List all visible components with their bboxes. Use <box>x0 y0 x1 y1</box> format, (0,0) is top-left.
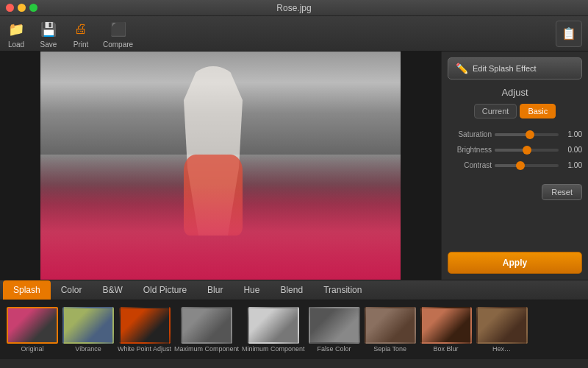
tab-current[interactable]: Current <box>474 104 517 118</box>
film-item-min-comp[interactable]: Minimum Component <box>242 307 305 353</box>
titlebar: Rose.jpg <box>0 0 588 16</box>
film-item-max-comp[interactable]: Maximum Component <box>174 307 239 353</box>
film-item-white-point[interactable]: White Point Adjust <box>118 307 171 353</box>
film-thumb-sepia <box>365 307 416 344</box>
compare-label: Compare <box>103 40 133 49</box>
review-icon: 📋 <box>562 26 576 40</box>
brightness-track[interactable] <box>495 149 559 152</box>
contrast-value: 1.00 <box>562 161 582 169</box>
main-image <box>40 52 401 280</box>
film-label-max-comp: Maximum Component <box>174 345 239 353</box>
film-thumb-min-comp <box>248 307 299 344</box>
film-thumb-original <box>7 307 58 344</box>
image-area <box>0 52 441 280</box>
tab-hue[interactable]: Hue <box>233 280 270 300</box>
main-area: ✏️ Edit Splash Effect Adjust Current Bas… <box>0 52 588 280</box>
saturation-track[interactable] <box>495 133 559 136</box>
brightness-value: 0.00 <box>562 146 582 154</box>
review-button[interactable]: 📋 <box>556 21 582 47</box>
film-item-sepia-tone[interactable]: Sepia Tone <box>364 307 417 353</box>
film-label-vibrance: Vibrance <box>75 345 101 353</box>
saturation-fill <box>495 133 530 136</box>
maximize-button[interactable] <box>29 4 37 12</box>
film-label-white-point: White Point Adjust <box>118 345 171 353</box>
brightness-row: Brightness 0.00 <box>448 146 582 154</box>
film-label-false-color: False Color <box>318 345 351 353</box>
save-button[interactable]: 💾 Save <box>38 19 59 49</box>
pencil-icon: ✏️ <box>456 63 468 74</box>
save-icon: 💾 <box>38 19 59 40</box>
brightness-thumb[interactable] <box>523 146 531 155</box>
traffic-lights <box>6 4 37 12</box>
tab-bw[interactable]: B&W <box>92 280 132 300</box>
saturation-value: 1.00 <box>562 130 582 138</box>
load-icon: 📁 <box>6 19 26 40</box>
apply-button[interactable]: Apply <box>448 252 582 274</box>
load-button[interactable]: 📁 Load <box>6 19 26 49</box>
adjust-title: Adjust <box>448 87 582 98</box>
saturation-row: Saturation 1.00 <box>448 130 582 138</box>
front-tulips <box>40 184 401 280</box>
contrast-label: Contrast <box>448 161 492 169</box>
film-item-box-blur[interactable]: Box Blur <box>420 307 473 353</box>
contrast-track[interactable] <box>495 164 559 167</box>
print-button[interactable]: 🖨 Print <box>71 19 91 49</box>
film-thumb-vibrance <box>62 307 114 344</box>
adjust-tabs: Current Basic <box>448 104 582 118</box>
tab-basic[interactable]: Basic <box>520 104 556 118</box>
tab-blend[interactable]: Blend <box>270 280 313 300</box>
print-icon: 🖨 <box>71 19 91 40</box>
film-label-min-comp: Minimum Component <box>242 345 305 353</box>
save-label: Save <box>40 40 57 49</box>
saturation-label: Saturation <box>448 130 492 138</box>
edit-splash-button[interactable]: ✏️ Edit Splash Effect <box>448 57 582 79</box>
load-label: Load <box>8 40 24 49</box>
window-title: Rose.jpg <box>276 3 311 13</box>
contrast-row: Contrast 1.00 <box>448 161 582 169</box>
print-label: Print <box>74 40 89 49</box>
tab-blur[interactable]: Blur <box>197 280 233 300</box>
tab-color[interactable]: Color <box>51 280 93 300</box>
film-thumb-false-color <box>309 307 360 344</box>
compare-icon: ⬛ <box>108 19 129 40</box>
toolbar: 📁 Load 💾 Save 🖨 Print ⬛ Compare 📋 <box>0 16 588 52</box>
close-button[interactable] <box>6 4 14 12</box>
film-label-sepia-tone: Sepia Tone <box>373 345 406 353</box>
film-item-false-color[interactable]: False Color <box>308 307 361 353</box>
right-panel: ✏️ Edit Splash Effect Adjust Current Bas… <box>441 52 588 280</box>
film-thumb-box-blur <box>420 307 472 344</box>
brightness-label: Brightness <box>448 146 492 154</box>
film-item-vibrance[interactable]: Vibrance <box>62 307 115 353</box>
saturation-thumb[interactable] <box>526 130 534 139</box>
film-item-hex[interactable]: Hex… <box>476 307 528 353</box>
reset-button[interactable]: Reset <box>542 184 582 200</box>
filmstrip: Original Vibrance White Point Adjust Max… <box>0 300 588 359</box>
film-thumb-white-point <box>119 307 171 344</box>
film-item-original[interactable]: Original <box>6 307 59 353</box>
tab-old-picture[interactable]: Old Picture <box>133 280 197 300</box>
film-label-box-blur: Box Blur <box>434 345 459 353</box>
film-label-original: Original <box>21 345 43 353</box>
film-thumb-max-comp <box>181 307 232 344</box>
tab-transition[interactable]: Transition <box>313 280 372 300</box>
film-label-hex: Hex… <box>492 345 511 353</box>
tabs-bar: Splash Color B&W Old Picture Blur Hue Bl… <box>0 280 588 300</box>
tab-splash[interactable]: Splash <box>3 280 51 300</box>
film-thumb-hex <box>476 307 528 344</box>
minimize-button[interactable] <box>18 4 26 12</box>
contrast-thumb[interactable] <box>516 161 525 170</box>
edit-splash-label: Edit Splash Effect <box>473 64 537 73</box>
compare-button[interactable]: ⬛ Compare <box>103 19 133 49</box>
